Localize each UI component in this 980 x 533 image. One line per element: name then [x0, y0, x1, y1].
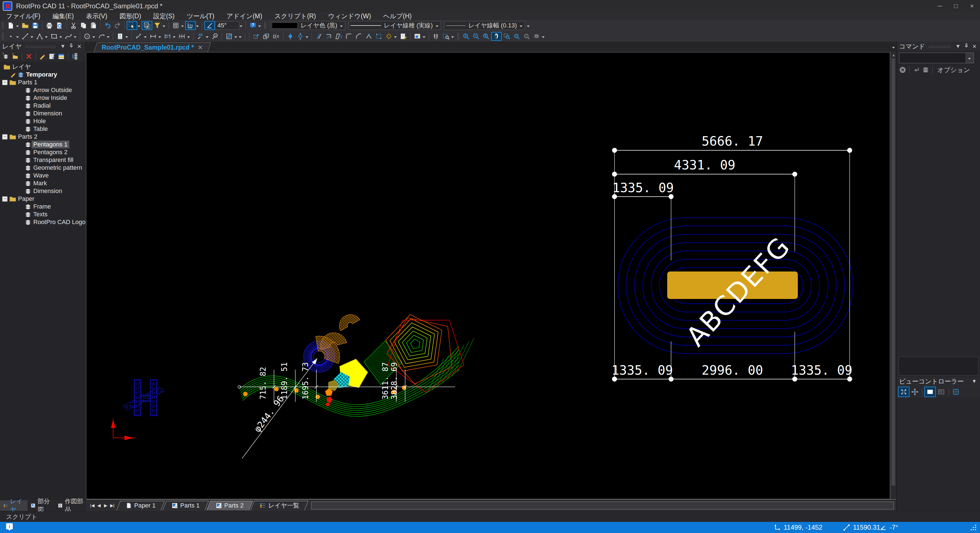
view-controller-menu-chevron-icon[interactable]: ▼	[970, 378, 978, 384]
menu-script[interactable]: スクリプト(R)	[269, 12, 322, 20]
menu-help[interactable]: ヘルプ(H)	[377, 12, 418, 20]
combo-toolbar-drag-handle[interactable]	[264, 22, 266, 29]
zoom-extents-button[interactable]	[512, 32, 522, 41]
collapse-icon[interactable]: −	[2, 196, 8, 202]
fillet-button[interactable]	[344, 32, 354, 41]
menu-edit[interactable]: 編集(E)	[46, 12, 80, 20]
prev-sheet-button[interactable]: ◀	[96, 502, 102, 509]
move-shape-button[interactable]	[251, 32, 261, 41]
layer-item-temporary[interactable]: Temporary	[0, 71, 86, 78]
toolbar-overflow-dropdown[interactable]	[527, 25, 530, 29]
layer-item[interactable]: Mark	[0, 180, 86, 187]
help-button[interactable]: ?	[248, 21, 258, 30]
selection-filter-dropdown[interactable]	[162, 25, 165, 29]
layer-item[interactable]: Wave	[0, 172, 86, 180]
draw-more-dropdown[interactable]	[239, 36, 242, 40]
angle-constraint-button[interactable]	[204, 21, 215, 30]
trim-button[interactable]	[314, 32, 324, 41]
view-crosshair-button[interactable]	[951, 387, 961, 396]
layer-panel-close-icon[interactable]: ✕	[75, 43, 83, 49]
balloon-button[interactable]: A	[210, 32, 220, 41]
layer-item[interactable]: Table	[0, 125, 86, 133]
maximize-button[interactable]: □	[948, 0, 964, 12]
dock-tab-layers[interactable]: レイヤ	[0, 500, 27, 511]
print-button[interactable]	[45, 21, 54, 30]
collapse-icon[interactable]: −	[2, 134, 8, 140]
partial-select-tool-button[interactable]	[142, 21, 152, 30]
dock-tab-parts[interactable]: 作図部品	[55, 500, 86, 511]
layer-panel-pin-icon[interactable]	[67, 43, 75, 49]
zoom-toolbar-drag-handle[interactable]	[457, 33, 459, 40]
chamfer-button[interactable]	[354, 32, 364, 41]
view-image-button[interactable]	[936, 387, 947, 396]
command-panel-drag-area[interactable]	[928, 46, 951, 48]
minimize-button[interactable]: ─	[932, 0, 948, 12]
menu-view[interactable]: 表示(V)	[80, 12, 113, 20]
copy-button[interactable]	[78, 21, 89, 30]
menu-file[interactable]: ファイル(F)	[0, 12, 46, 20]
pan-view-button[interactable]	[910, 387, 920, 396]
cancel-command-button[interactable]	[898, 66, 907, 74]
angle-value-field[interactable]: 45°	[215, 21, 239, 30]
sheet-tab-layer-list[interactable]: レイヤ一覧	[252, 501, 306, 510]
layer-linetype-dropdown[interactable]	[436, 25, 438, 29]
detect-region-dropdown[interactable]	[451, 36, 454, 40]
layer-tree-view-button[interactable]	[70, 52, 80, 60]
document-tab[interactable]: RootProCAD_Sample01.rpcd * ✕	[94, 43, 211, 52]
explode-button[interactable]	[384, 32, 394, 41]
new-layer-folder-button[interactable]	[11, 52, 20, 60]
dock-tab-partial-view[interactable]: 部分図	[27, 500, 55, 511]
corner-edit-button[interactable]	[364, 32, 374, 41]
menu-window[interactable]: ウィンドウ(W)	[322, 12, 377, 20]
layer-properties-button[interactable]	[47, 52, 57, 60]
layer-item[interactable]: Geometric pattern	[0, 164, 86, 172]
copy-shape-button[interactable]	[261, 32, 271, 41]
view-controller-pin-icon[interactable]	[978, 378, 980, 385]
paste-button[interactable]	[89, 21, 99, 30]
insert-image-button[interactable]	[412, 32, 422, 41]
draw-spline-button[interactable]	[64, 32, 73, 41]
zoom-scale-button[interactable]	[481, 32, 491, 41]
stretch-select-button[interactable]	[374, 32, 384, 41]
sheet-tab-parts1[interactable]: Parts 1	[164, 501, 207, 510]
draw-toolbar-drag-handle[interactable]	[2, 33, 3, 40]
canvas-vertical-scrollbar[interactable]: ▲	[891, 52, 897, 499]
new-file-button[interactable]	[6, 21, 16, 30]
layer-item[interactable]: Arrow Outside	[0, 86, 86, 94]
next-sheet-button[interactable]: ▶	[103, 502, 109, 509]
offset-button[interactable]	[334, 32, 344, 41]
zoom-more-dropdown[interactable]	[542, 36, 545, 40]
zoom-saved-view-button[interactable]	[531, 32, 542, 41]
layer-item[interactable]: Hole	[0, 117, 86, 125]
redo-button[interactable]	[113, 21, 123, 30]
options-label[interactable]: オプション	[937, 66, 970, 74]
view-window-button[interactable]	[924, 387, 936, 397]
zoom-fit-view-button[interactable]	[898, 387, 910, 397]
edit-text-button[interactable]	[398, 32, 408, 41]
divide-point-button[interactable]	[295, 32, 305, 41]
dim-continuous-button[interactable]	[177, 32, 187, 41]
layer-item[interactable]: Dimension	[0, 110, 86, 117]
script-panel-strip[interactable]: スクリプト	[0, 511, 980, 522]
sheet-tab-parts2[interactable]: Parts 2	[208, 501, 251, 510]
close-button[interactable]: ×	[964, 0, 980, 12]
snap-settings-dropdown[interactable]	[196, 25, 199, 29]
sheet-tab-paper1[interactable]: Paper 1	[118, 501, 163, 510]
resize-grip[interactable]	[970, 524, 977, 533]
layer-item[interactable]: RootPro CAD Logo	[0, 218, 86, 226]
layer-panel-menu-chevron-icon[interactable]: ▼	[59, 43, 67, 49]
angle-value-dropdown[interactable]	[240, 25, 242, 29]
draw-arc-button[interactable]	[97, 32, 107, 41]
save-command-button[interactable]	[921, 66, 931, 74]
undo-button[interactable]	[103, 21, 113, 30]
layer-item[interactable]: Frame	[0, 203, 86, 210]
document-tab-close-icon[interactable]: ✕	[198, 44, 203, 51]
draw-circle-button[interactable]	[82, 32, 92, 41]
draw-polyline-button[interactable]	[35, 32, 45, 41]
detect-region-button[interactable]	[441, 32, 451, 41]
layer-linewidth-dropdown[interactable]	[520, 25, 522, 29]
extend-button[interactable]	[324, 32, 334, 41]
first-sheet-button[interactable]: |◀	[89, 502, 95, 509]
menu-addin[interactable]: アドイン(M)	[220, 12, 269, 20]
layer-item-selected[interactable]: Pentagons 1	[0, 141, 86, 148]
